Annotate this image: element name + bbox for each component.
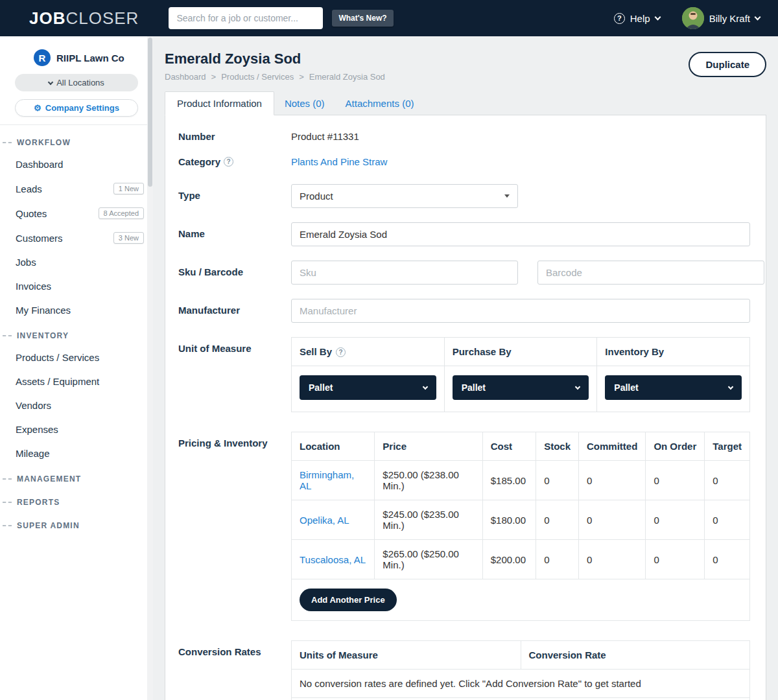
breadcrumb-current: Emerald Zoysia Sod: [309, 72, 385, 82]
help-menu[interactable]: ? Help: [614, 13, 660, 24]
nav-heading-inventory: INVENTORY: [0, 322, 153, 345]
dropdown-arrow-icon: [504, 194, 510, 198]
company-settings-label: Company Settings: [45, 103, 119, 113]
category-label: Category ?: [178, 156, 277, 167]
sidebar-item-leads[interactable]: Leads 1 New: [0, 176, 153, 201]
main-content: Emerald Zoysia Sod Dashboard > Products …: [153, 36, 778, 700]
quotes-badge: 8 Accepted: [99, 207, 144, 219]
sku-barcode-label: Sku / Barcode: [178, 261, 277, 277]
chevron-down-icon: [48, 79, 53, 84]
help-icon: ?: [614, 13, 625, 24]
conversion-rates-label: Conversion Rates: [178, 640, 277, 657]
all-locations-label: All Locations: [56, 78, 104, 88]
tab-bar: Product Information Notes (0) Attachment…: [165, 91, 766, 115]
sidebar-scrollbar[interactable]: [147, 36, 153, 700]
unit-of-measure-row: Unit of Measure Sell By ? Pallet: [178, 337, 750, 412]
conversion-rates-table: Units of Measure Conversion Rate No conv…: [291, 640, 750, 698]
tab-notes[interactable]: Notes (0): [274, 92, 335, 115]
type-select-value: Product: [300, 191, 333, 202]
sidebar-item-assets-equipment[interactable]: Assets / Equipment: [0, 369, 153, 393]
breadcrumb: Dashboard > Products / Services > Emeral…: [165, 72, 385, 82]
conversion-header-row: Units of Measure Conversion Rate: [292, 641, 750, 670]
sidebar-item-invoices[interactable]: Invoices: [0, 274, 153, 298]
number-label: Number: [178, 131, 277, 142]
help-icon[interactable]: ?: [224, 157, 233, 167]
name-input[interactable]: [291, 222, 750, 246]
whats-new-button[interactable]: What's New?: [332, 10, 393, 27]
table-row: No conversion rates are defined yet. Cli…: [292, 670, 750, 698]
location-link[interactable]: Tuscaloosa, AL: [300, 554, 366, 565]
dashes-icon: [3, 478, 12, 480]
tab-product-information[interactable]: Product Information: [165, 91, 274, 115]
sidebar-item-quotes[interactable]: Quotes 8 Accepted: [0, 201, 153, 226]
page-title: Emerald Zoysia Sod: [165, 51, 385, 67]
user-menu[interactable]: Billy Kraft: [682, 7, 760, 29]
table-row: Opelika, AL $245.00 ($235.00 Min.) $180.…: [292, 500, 750, 540]
chevron-down-icon: [575, 384, 580, 389]
sidebar-item-my-finances[interactable]: My Finances: [0, 298, 153, 322]
company-header: R RIIPL Lawn Co: [0, 36, 153, 74]
manufacturer-label: Manufacturer: [178, 299, 277, 316]
pricing-inventory-label: Pricing & Inventory: [178, 432, 277, 449]
sidebar: R RIIPL Lawn Co All Locations ⚙ Company …: [0, 36, 153, 700]
barcode-input[interactable]: [537, 261, 764, 285]
location-link[interactable]: Birmingham, AL: [300, 469, 354, 491]
company-settings-button[interactable]: ⚙ Company Settings: [15, 99, 138, 117]
sell-by-select[interactable]: Pallet: [300, 375, 436, 400]
help-label: Help: [630, 13, 650, 24]
topbar: JOBCLOSER What's New? ? Help Billy Kraft: [0, 0, 778, 36]
chevron-down-icon: [422, 384, 427, 389]
sidebar-item-jobs[interactable]: Jobs: [0, 250, 153, 274]
location-link[interactable]: Opelika, AL: [300, 515, 349, 526]
avatar: [682, 7, 704, 29]
nav-heading-super-admin[interactable]: SUPER ADMIN: [0, 512, 153, 535]
nav-heading-management[interactable]: MANAGEMENT: [0, 465, 153, 489]
breadcrumb-separator: >: [299, 72, 304, 82]
sidebar-item-customers[interactable]: Customers 3 New: [0, 226, 153, 250]
unit-of-measure-label: Unit of Measure: [178, 337, 277, 354]
name-label: Name: [178, 222, 277, 239]
sidebar-item-vendors[interactable]: Vendors: [0, 393, 153, 417]
chevron-down-icon: [755, 14, 761, 20]
nav-heading-reports[interactable]: REPORTS: [0, 489, 153, 512]
dashes-icon: [3, 335, 12, 336]
conversion-rates-row: Conversion Rates Units of Measure Conver…: [178, 640, 750, 700]
type-select[interactable]: Product: [291, 184, 518, 208]
breadcrumb-products-services[interactable]: Products / Services: [221, 72, 294, 82]
manufacturer-input[interactable]: [291, 299, 750, 323]
table-row: Tuscaloosa, AL $265.00 ($250.00 Min.) $2…: [292, 540, 750, 579]
category-link[interactable]: Plants And Pine Straw: [291, 156, 387, 167]
tab-attachments[interactable]: Attachments (0): [335, 92, 425, 115]
gear-icon: ⚙: [34, 103, 41, 113]
sell-by-label: Sell By: [300, 346, 332, 357]
customers-badge: 3 New: [113, 232, 144, 244]
global-search-input[interactable]: [169, 7, 323, 29]
manufacturer-row: Manufacturer: [178, 299, 750, 323]
sidebar-item-mileage[interactable]: Mileage: [0, 441, 153, 465]
number-row: Number Product #11331: [178, 131, 750, 142]
sidebar-scrollbar-thumb[interactable]: [148, 38, 152, 187]
dashes-icon: [3, 142, 12, 143]
leads-badge: 1 New: [113, 183, 144, 194]
number-value: Product #11331: [291, 131, 750, 142]
unit-of-measure-table: Sell By ? Pallet: [291, 337, 750, 412]
category-row: Category ? Plants And Pine Straw: [178, 156, 750, 167]
sidebar-item-dashboard[interactable]: Dashboard: [0, 152, 153, 176]
sidebar-item-products-services[interactable]: Products / Services: [0, 345, 153, 369]
logo-text-light: CLOSER: [65, 8, 139, 28]
table-row: Birmingham, AL $250.00 ($238.00 Min.) $1…: [292, 461, 750, 500]
sku-barcode-row: Sku / Barcode: [178, 261, 750, 285]
breadcrumb-dashboard[interactable]: Dashboard: [165, 72, 206, 82]
logo-text-bold: JOB: [29, 8, 65, 28]
all-locations-dropdown[interactable]: All Locations: [15, 74, 138, 91]
company-logo: R: [34, 49, 51, 66]
sku-input[interactable]: [291, 261, 518, 285]
help-icon[interactable]: ?: [336, 347, 346, 357]
duplicate-button[interactable]: Duplicate: [689, 52, 766, 77]
purchase-by-select[interactable]: Pallet: [453, 375, 589, 400]
type-label: Type: [178, 184, 277, 201]
inventory-by-select[interactable]: Pallet: [605, 375, 742, 400]
pricing-header-row: Location Price Cost Stock Committed On O…: [292, 432, 750, 461]
sidebar-item-expenses[interactable]: Expenses: [0, 417, 153, 441]
add-another-price-button[interactable]: Add Another Price: [300, 589, 397, 611]
